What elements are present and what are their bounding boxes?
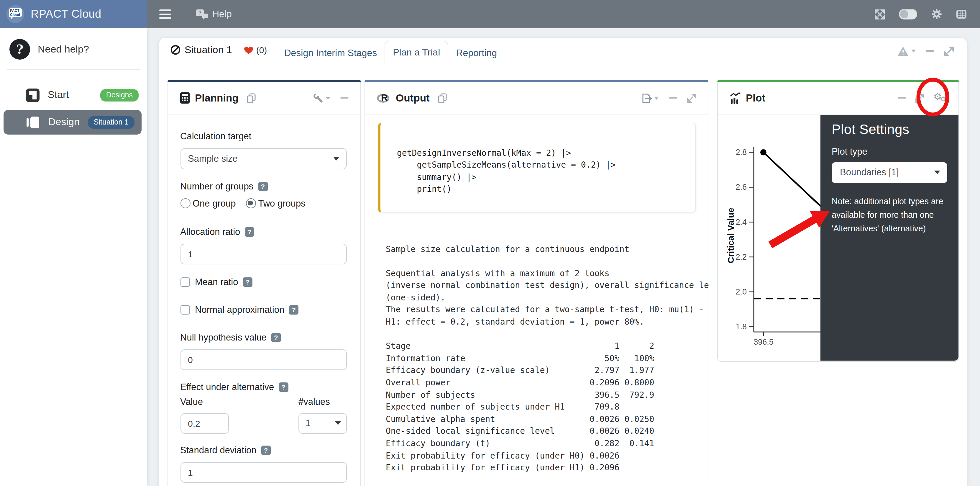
export-dropdown[interactable] [641,93,659,103]
r-logo-icon: R [377,92,390,104]
help-badge-icon[interactable]: ? [258,182,267,191]
help-badge-icon[interactable]: ? [261,445,271,455]
planning-header: Planning [168,82,360,115]
brand-area[interactable]: PACTCloud RPACT Cloud [0,0,147,28]
one-group-radio[interactable] [180,198,190,208]
sidebar: ? Need help? Start Designs Desig [0,28,147,486]
standard-deviation-input[interactable] [180,462,347,483]
heart-icon[interactable] [244,45,254,54]
app-window: PACTCloud RPACT Cloud ? Help [0,0,980,486]
planning-body: Calculation target Sample size Number of… [168,115,360,483]
minimize-icon[interactable] [340,97,348,99]
expand-icon[interactable] [915,94,924,102]
normal-approximation-label: Normal approximation [195,304,284,315]
output-text: Sample size calculation for a continuous… [386,243,709,474]
stage1-point [760,149,766,155]
number-of-groups-label: Number of groups? [180,180,347,192]
sidebar-divider [7,69,140,70]
caret-down-icon [934,170,940,174]
y-axis-title: Critical Value [725,207,735,263]
mean-ratio-checkbox[interactable] [180,277,189,287]
caret-down-icon [333,157,339,160]
effect-value-label: Value [180,396,203,408]
tab-design-interim-stages[interactable]: Design Interim Stages [276,42,385,64]
r-code-block[interactable]: getDesignInverseNormal(kMax = 2) |> getS… [378,123,696,212]
slash-circle-icon [170,44,181,56]
ytick-label: 2.6 [735,182,746,191]
expand-icon[interactable] [944,46,954,56]
normal-approximation-row: Normal approximation? [180,304,347,316]
situation-badge: Situation 1 [88,116,134,128]
expand-icon[interactable] [687,94,696,102]
design-icon [26,115,40,129]
minimize-icon[interactable] [897,97,906,99]
plot-settings-gears-icon[interactable]: ⚙ ⚙ [934,91,948,104]
ytick-label: 2.0 [735,287,746,296]
planning-accent-strip [167,80,361,82]
plot-panel: Plot ⚙ ⚙ [717,80,959,362]
output-accent-strip [364,80,708,82]
r-code: getDesignInverseNormal(kMax = 2) |> getS… [397,147,695,195]
tools-dropdown[interactable] [313,93,330,103]
plot-settings-note: Note: additional plot types are availabl… [832,194,957,236]
plot-header: Plot ⚙ ⚙ [718,82,958,115]
planning-title: Planning [195,92,239,104]
ytick-label: 2.4 [735,217,746,226]
minimize-icon[interactable] [926,50,934,52]
question-mark-icon: ? [10,39,30,60]
sidebar-item-label: Design [48,116,80,128]
plot-settings-title: Plot Settings [832,121,951,137]
copy-icon[interactable] [438,93,447,103]
help-badge-icon[interactable]: ? [243,277,252,287]
output-title: Output [396,92,430,104]
plot-type-select[interactable]: Boundaries [1] [832,162,947,183]
standard-deviation-label: Standard deviation? [180,444,347,456]
theme-toggle[interactable] [899,9,917,19]
help-badge-icon[interactable]: ? [245,227,254,236]
tab-bar: Situation 1 (0) Design Interim Stages Pl… [159,38,967,64]
plot-type-label: Plot type [832,146,951,157]
effect-under-alternative-label: Effect under alternative? [180,381,347,393]
allocation-ratio-input[interactable] [180,244,347,264]
help-chat-icon: ? [195,9,208,19]
two-groups-radio[interactable] [246,198,256,208]
situation-header[interactable]: Situation 1 (0) [170,37,267,64]
effect-value-input[interactable] [180,413,229,433]
situation-title: Situation 1 [185,44,232,56]
topbar: PACTCloud RPACT Cloud ? Help [0,0,980,28]
situation-card: Situation 1 (0) Design Interim Stages Pl… [159,38,967,486]
caret-down-icon [326,97,330,99]
output-text-block: Sample size calculation for a continuous… [386,243,709,474]
ytick-label: 2.2 [735,252,746,261]
calculation-target-select[interactable]: Sample size [180,148,347,169]
tab-reporting[interactable]: Reporting [448,42,504,64]
nvalues-select[interactable]: 1 [299,413,347,433]
help-badge-icon[interactable]: ? [289,305,299,314]
tab-plan-a-trial[interactable]: Plan a Trial [385,41,448,64]
help-badge-icon[interactable]: ? [271,333,281,342]
plot-settings-overlay: Plot Settings Plot type Boundaries [1] N… [821,115,958,360]
minimize-icon[interactable] [668,97,677,99]
one-group-label: One group [192,198,236,209]
null-hypothesis-input[interactable] [180,349,347,370]
need-help-item[interactable]: ? Need help? [0,28,147,69]
need-help-label: Need help? [38,43,89,55]
sidebar-item-start[interactable]: Start Designs [0,83,147,107]
help-label: Help [212,9,232,19]
copy-icon[interactable] [247,93,256,103]
apps-grid-icon[interactable] [956,10,966,19]
settings-gear-icon[interactable] [931,9,942,19]
designs-badge: Designs [100,89,138,101]
start-icon [26,88,40,102]
card-actions [897,38,954,64]
sidebar-item-label: Start [48,89,69,101]
normal-approximation-checkbox[interactable] [180,305,189,314]
brand-title: RPACT Cloud [31,8,102,21]
boundary-line [763,152,821,207]
fullscreen-icon[interactable] [874,9,885,19]
help-badge-icon[interactable]: ? [279,382,288,392]
help-menu[interactable]: ? Help [195,9,232,19]
warnings-dropdown[interactable] [897,46,916,56]
hamburger-menu-icon[interactable] [159,10,171,19]
sidebar-item-design[interactable]: Design Situation 1 [3,110,142,135]
